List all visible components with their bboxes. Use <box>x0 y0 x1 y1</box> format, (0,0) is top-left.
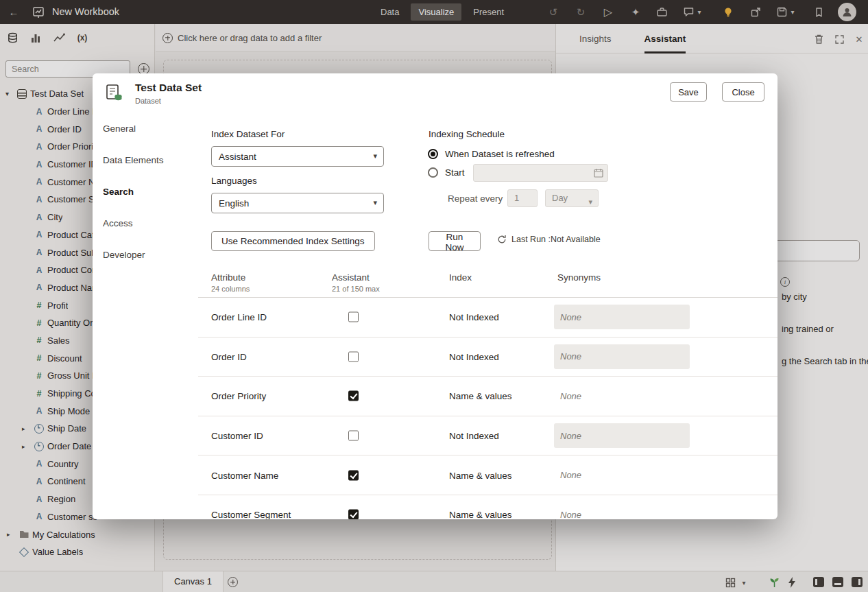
assistant-checkbox[interactable] <box>348 312 359 322</box>
synonyms-placeholder: None <box>560 510 581 519</box>
synonyms-field[interactable]: None <box>554 344 690 369</box>
assistant-checkbox[interactable] <box>348 351 359 362</box>
dialog-nav: GeneralData ElementsSearchAccessDevelope… <box>103 113 192 271</box>
index-status: Name & values <box>449 391 512 401</box>
synonyms-placeholder: None <box>560 391 581 401</box>
attribute-row: Customer Name Name & values None <box>198 455 777 495</box>
synonyms-field[interactable]: None <box>554 383 690 408</box>
synonyms-placeholder: None <box>560 470 581 480</box>
attribute-name: Order Priority <box>211 391 266 401</box>
dataset-icon <box>104 83 123 102</box>
repeat-interval-input: 1 <box>507 189 538 207</box>
index-status: Name & values <box>449 470 512 480</box>
dialog-nav-item[interactable]: Access <box>103 208 192 239</box>
languages-select[interactable]: English ▾ <box>211 193 384 213</box>
last-run-text: Last Run :Not Available <box>511 235 601 244</box>
dialog-title: Test Data Set <box>135 82 202 94</box>
assistant-checkbox[interactable] <box>348 431 359 441</box>
synonyms-field[interactable]: None <box>554 502 690 519</box>
chevron-down-icon: ▾ <box>373 152 377 161</box>
attribute-row: Order ID Not Indexed None <box>198 338 777 377</box>
chevron-down-icon: ▾ <box>588 193 592 210</box>
synonyms-placeholder: None <box>560 312 581 322</box>
attribute-name: Order ID <box>211 351 247 362</box>
attribute-row: Order Priority Name & values None <box>198 377 777 416</box>
index-dataset-for-label: Index Dataset For <box>211 129 285 139</box>
languages-value: English <box>219 198 249 209</box>
attribute-name: Customer ID <box>211 431 263 441</box>
index-status: Not Indexed <box>449 431 499 441</box>
column-header-attribute: Attribute <box>211 272 245 283</box>
attribute-name: Customer Segment <box>211 510 291 519</box>
attribute-name: Order Line ID <box>211 312 267 322</box>
column-subheader-attribute: 24 columns <box>211 285 250 293</box>
column-header-index: Index <box>449 272 472 283</box>
attribute-row: Order Line ID Not Indexed None <box>198 298 777 338</box>
run-now-button[interactable]: Run Now <box>429 231 481 251</box>
start-option-row: Start <box>428 167 465 178</box>
last-run-status: Last Run :Not Available <box>497 235 601 244</box>
index-dataset-for-value: Assistant <box>219 152 256 162</box>
column-header-assistant: Assistant <box>332 272 370 283</box>
attribute-name: Customer Name <box>211 470 278 480</box>
repeat-every-label: Repeat every <box>448 193 503 204</box>
start-label: Start <box>445 167 465 178</box>
dialog-nav-item[interactable]: Search <box>103 176 192 208</box>
use-recommended-settings-button[interactable]: Use Recommended Index Settings <box>211 231 375 251</box>
dataset-inspector-dialog: Test Data Set Dataset Save Close General… <box>93 73 777 519</box>
synonyms-field[interactable]: None <box>554 463 690 488</box>
synonyms-placeholder: None <box>560 431 581 441</box>
when-refreshed-label: When Dataset is refreshed <box>445 149 555 159</box>
synonyms-field[interactable]: None <box>554 423 690 448</box>
synonyms-field[interactable]: None <box>554 305 690 329</box>
refresh-history-icon <box>497 235 507 244</box>
dialog-nav-item[interactable]: Data Elements <box>103 145 192 176</box>
index-status: Not Indexed <box>449 312 499 322</box>
attribute-row: Customer ID Not Indexed None <box>198 416 777 456</box>
attribute-row: Customer Segment Name & values None <box>198 495 777 519</box>
start-radio[interactable] <box>428 167 438 178</box>
index-dataset-for-select[interactable]: Assistant ▾ <box>211 146 384 167</box>
start-date-input <box>473 164 608 182</box>
close-button[interactable]: Close <box>722 82 764 102</box>
save-button[interactable]: Save <box>670 82 707 102</box>
repeat-unit-value: Day <box>552 193 568 203</box>
column-subheader-assistant: 21 of 150 max <box>332 285 380 293</box>
synonyms-placeholder: None <box>560 351 581 362</box>
dialog-subtitle: Dataset <box>135 97 161 105</box>
chevron-down-icon: ▾ <box>373 198 377 207</box>
assistant-checkbox[interactable] <box>348 470 359 480</box>
refresh-option-row: When Dataset is refreshed <box>428 149 555 159</box>
dialog-nav-item[interactable]: General <box>103 113 192 145</box>
index-status: Not Indexed <box>449 351 499 362</box>
when-refreshed-radio[interactable] <box>428 149 438 159</box>
assistant-checkbox[interactable] <box>348 391 359 401</box>
attributes-table: Order Line ID Not Indexed None Order ID … <box>198 297 777 519</box>
dialog-nav-item[interactable]: Developer <box>103 239 192 271</box>
app-screen: ← New Workbook DataVisualizePresent ↺ ↻ … <box>0 0 868 592</box>
calendar-icon <box>594 168 603 178</box>
indexing-schedule-label: Indexing Schedule <box>429 129 505 139</box>
index-status: Name & values <box>449 510 512 519</box>
column-header-synonyms: Synonyms <box>557 272 601 283</box>
assistant-checkbox[interactable] <box>348 510 359 519</box>
languages-label: Languages <box>211 176 257 186</box>
repeat-unit-select: Day ▾ <box>545 189 599 207</box>
